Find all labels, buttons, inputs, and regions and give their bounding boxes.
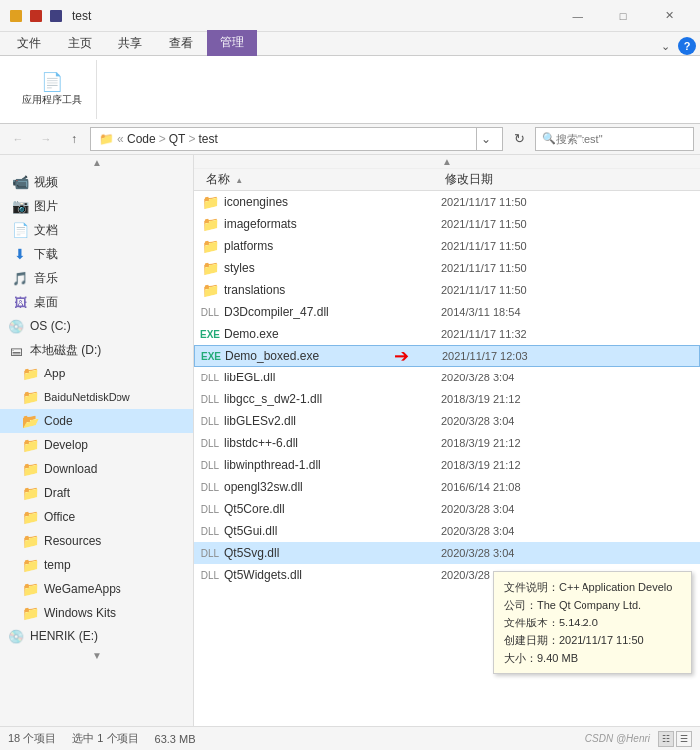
maximize-button[interactable]: □ (600, 0, 646, 32)
sidebar-item-music[interactable]: 🎵 音乐 (0, 266, 193, 290)
tab-view[interactable]: 查看 (156, 31, 206, 55)
title-icon-2 (28, 8, 44, 24)
folder-icon-iconengines: 📁 (202, 194, 218, 210)
sidebar-item-desktop[interactable]: 🖼 桌面 (0, 290, 193, 314)
file-item-libstdc[interactable]: DLL libstdc++-6.dll 2018/3/19 21:12 (194, 432, 700, 454)
tooltip-version: 文件版本：5.14.2.0 (504, 614, 681, 631)
address-dropdown[interactable]: ⌄ (476, 127, 494, 151)
office-folder-icon: 📁 (22, 509, 38, 525)
filelist-scroll-up[interactable]: ▲ (194, 155, 700, 169)
file-item-libegl[interactable]: DLL libEGL.dll 2020/3/28 3:04 (194, 367, 700, 388)
file-item-demo-boxed[interactable]: ➔ EXE Demo_boxed.exe 2021/11/17 12:03 (194, 345, 700, 367)
sidebar-scroll-up[interactable]: ▲ (0, 155, 193, 170)
close-button[interactable]: ✕ (646, 0, 692, 32)
search-box[interactable]: 🔍 (535, 127, 694, 151)
code-folder-icon: 📂 (22, 413, 38, 429)
winkits-folder-icon: 📁 (22, 605, 38, 621)
list-view-button[interactable]: ☷ (658, 731, 674, 747)
sidebar-item-winkits[interactable]: 📁 Windows Kits (0, 601, 193, 625)
file-name-libegl: DLL libEGL.dll (202, 370, 441, 385)
file-list: ▲ 名称 ▲ 修改日期 📁 iconengines 2021/11/17 11:… (194, 155, 700, 726)
svg-rect-2 (50, 10, 62, 22)
forward-button[interactable]: → (34, 127, 58, 151)
documents-folder-icon: 📄 (12, 222, 28, 238)
address-part-test[interactable]: test (198, 132, 217, 146)
address-part-code[interactable]: Code (127, 132, 156, 146)
title-text: test (72, 9, 555, 23)
address-path[interactable]: 📁 « Code > QT > test ⌄ (90, 127, 503, 151)
sidebar-item-downloads[interactable]: ⬇ 下载 (0, 242, 193, 266)
tooltip-created: 创建日期：2021/11/17 11:50 (504, 631, 681, 649)
file-name-qt5widgets: DLL Qt5Widgets.dll (202, 567, 441, 583)
dll-icon-libwin: DLL (202, 457, 218, 473)
file-item-qt5gui[interactable]: DLL Qt5Gui.dll 2020/3/28 3:04 (194, 520, 700, 542)
tab-home[interactable]: 主页 (55, 31, 105, 55)
sidebar-item-develop[interactable]: 📁 Develop (0, 433, 193, 457)
file-item-libgles[interactable]: DLL libGLESv2.dll 2020/3/28 3:04 (194, 410, 700, 432)
sidebar-item-code[interactable]: 📂 Code (0, 409, 193, 433)
col-name-header[interactable]: 名称 ▲ (202, 171, 441, 188)
tooltip-company: 公司：The Qt Company Ltd. (504, 596, 681, 614)
file-item-libwin[interactable]: DLL libwinpthread-1.dll 2018/3/19 21:12 (194, 454, 700, 476)
address-sep-2: > (159, 132, 166, 146)
file-item-platforms[interactable]: 📁 platforms 2021/11/17 11:50 (194, 235, 700, 257)
sidebar-item-wegame[interactable]: 📁 WeGameApps (0, 577, 193, 601)
dll-icon-libegl: DLL (202, 370, 218, 385)
ribbon-bar: 📄 应用程序工具 (0, 56, 700, 124)
refresh-button[interactable]: ↻ (507, 127, 531, 151)
status-item-count: 18 个项目 (8, 731, 56, 746)
ribbon-expand[interactable]: ⌄ (657, 40, 674, 53)
detail-view-button[interactable]: ☰ (676, 731, 692, 747)
status-size: 63.3 MB (155, 733, 196, 745)
file-name-iconengines: 📁 iconengines (202, 194, 441, 210)
sidebar-scroll-down[interactable]: ▼ (0, 648, 193, 663)
back-button[interactable]: ← (6, 127, 30, 151)
file-item-demo[interactable]: EXE Demo.exe 2021/11/17 11:32 (194, 323, 700, 345)
file-item-iconengines[interactable]: 📁 iconengines 2021/11/17 11:50 (194, 191, 700, 213)
tab-share[interactable]: 共享 (106, 31, 155, 55)
file-item-opengl[interactable]: DLL opengl32sw.dll 2016/6/14 21:08 (194, 476, 700, 498)
up-button[interactable]: ↑ (62, 127, 86, 151)
col-date-header[interactable]: 修改日期 (441, 171, 692, 188)
sidebar-item-resources[interactable]: 📁 Resources (0, 529, 193, 553)
sidebar-item-baidu[interactable]: 📁 BaiduNetdiskDow (0, 385, 193, 409)
status-bar: 18 个项目 选中 1 个项目 63.3 MB CSDN @Henri ☷ ☰ (0, 726, 700, 750)
file-name-imageformats: 📁 imageformats (202, 216, 441, 232)
file-name-libgcc: DLL libgcc_s_dw2-1.dll (202, 391, 441, 407)
c-drive-icon: 💿 (8, 318, 24, 334)
title-controls[interactable]: — □ ✕ (555, 0, 692, 32)
sidebar-item-pictures[interactable]: 📷 图片 (0, 194, 193, 218)
minimize-button[interactable]: — (555, 0, 600, 32)
file-item-d3d[interactable]: DLL D3Dcompiler_47.dll 2014/3/11 18:54 (194, 301, 700, 323)
sidebar-item-documents[interactable]: 📄 文档 (0, 218, 193, 242)
file-item-imageformats[interactable]: 📁 imageformats 2021/11/17 11:50 (194, 213, 700, 235)
wegame-folder-icon: 📁 (22, 581, 38, 597)
sidebar-item-download[interactable]: 📁 Download (0, 457, 193, 481)
search-icon: 🔍 (542, 132, 556, 145)
file-item-qt5core[interactable]: DLL Qt5Core.dll 2020/3/28 3:04 (194, 498, 700, 520)
sidebar-item-c-drive[interactable]: 💿 OS (C:) (0, 314, 193, 338)
sidebar-item-video[interactable]: 📹 视频 (0, 170, 193, 194)
sort-arrow: ▲ (235, 176, 243, 185)
file-item-libgcc[interactable]: DLL libgcc_s_dw2-1.dll 2018/3/19 21:12 (194, 388, 700, 410)
file-item-styles[interactable]: 📁 styles 2021/11/17 11:50 (194, 257, 700, 279)
address-part-qt[interactable]: QT (169, 132, 186, 146)
file-item-translations[interactable]: 📁 translations 2021/11/17 11:50 (194, 279, 700, 301)
tab-file[interactable]: 文件 (4, 31, 54, 55)
sidebar-item-office[interactable]: 📁 Office (0, 505, 193, 529)
help-button[interactable]: ? (678, 37, 696, 55)
file-item-qt5svg[interactable]: DLL Qt5Svg.dll 2020/3/28 3:04 (194, 542, 700, 564)
search-input[interactable] (556, 133, 687, 145)
sidebar: ▲ 📹 视频 📷 图片 📄 文档 ⬇ 下载 🎵 音乐 🖼 桌面 💿 OS (C:… (0, 155, 194, 726)
sidebar-item-d-drive[interactable]: 🖴 本地磁盘 (D:) (0, 338, 193, 362)
file-tooltip: 文件说明：C++ Application Develo 公司：The Qt Co… (493, 571, 692, 674)
ribbon-btn-apptools[interactable]: 📄 应用程序工具 (16, 71, 88, 109)
title-bar-icons (8, 8, 64, 24)
folder-icon-platforms: 📁 (202, 238, 218, 254)
exe-icon-demo-boxed: EXE (203, 348, 219, 364)
tab-manage[interactable]: 管理 (207, 30, 257, 56)
sidebar-item-temp[interactable]: 📁 temp (0, 553, 193, 577)
sidebar-item-e-drive[interactable]: 💿 HENRIK (E:) (0, 625, 193, 648)
sidebar-item-draft[interactable]: 📁 Draft (0, 481, 193, 505)
sidebar-item-app[interactable]: 📁 App (0, 362, 193, 385)
